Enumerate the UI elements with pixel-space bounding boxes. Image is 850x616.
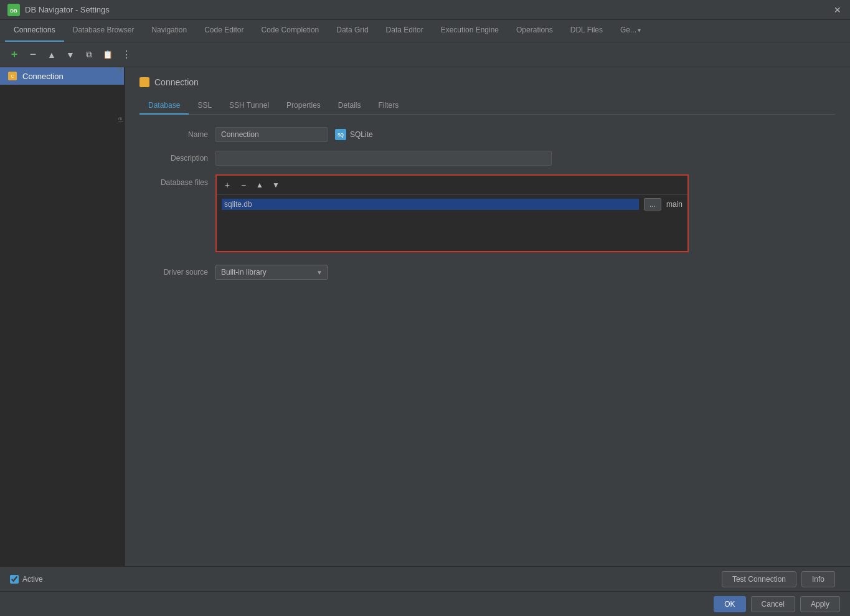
connection-toolbar: + − ▲ ▼ ⧉ 📋 ⋮ bbox=[0, 42, 850, 67]
tab-more-chevron: ▾ bbox=[638, 27, 641, 34]
up-arrow-icon: ▲ bbox=[47, 50, 56, 60]
name-label: Name bbox=[139, 130, 208, 139]
test-connection-button[interactable]: Test Connection bbox=[722, 571, 796, 587]
db-file-row: sqlite.db ... main bbox=[217, 195, 687, 214]
inner-tab-ssl[interactable]: SSL bbox=[189, 97, 220, 115]
db-files-toolbar: + − ▲ ▼ bbox=[217, 176, 687, 195]
side-hint-el: el bbox=[117, 117, 124, 122]
connections-sidebar: C Connection bbox=[0, 67, 125, 616]
connection-footer-bar: Active Test Connection Info bbox=[0, 566, 850, 591]
driver-source-row: Driver source Built-in library External … bbox=[139, 265, 835, 280]
main-layout: C Connection sr el Connection Database bbox=[0, 67, 850, 616]
database-files-row: Database files + − ▲ bbox=[139, 174, 835, 252]
tab-more[interactable]: Ge... ▾ bbox=[612, 20, 649, 42]
paste-button[interactable]: 📋 bbox=[100, 47, 116, 63]
file-down-icon: ▼ bbox=[272, 181, 280, 189]
driver-source-select[interactable]: Built-in library External library bbox=[215, 265, 328, 280]
description-label: Description bbox=[139, 154, 208, 163]
copy-icon: ⧉ bbox=[86, 49, 92, 60]
move-up-button[interactable]: ▲ bbox=[44, 47, 60, 63]
add-connection-button[interactable]: + bbox=[6, 47, 22, 63]
down-arrow-icon: ▼ bbox=[66, 50, 75, 60]
inner-tab-database[interactable]: Database bbox=[139, 97, 189, 115]
tab-data-grid[interactable]: Data Grid bbox=[328, 20, 377, 42]
svg-text:C: C bbox=[11, 74, 14, 78]
test-info-buttons: Test Connection Info bbox=[722, 571, 835, 587]
app-icon: DB bbox=[7, 4, 20, 16]
sidebar-item-connection[interactable]: C Connection bbox=[0, 67, 124, 85]
side-hint-sr: sr bbox=[117, 67, 124, 72]
name-input[interactable] bbox=[215, 127, 328, 142]
remove-connection-button[interactable]: − bbox=[25, 47, 41, 63]
tab-navigation[interactable]: Navigation bbox=[143, 20, 196, 42]
driver-source-label: Driver source bbox=[139, 268, 208, 277]
main-tab-bar: Connections Database Browser Navigation … bbox=[0, 20, 850, 42]
tab-execution-engine[interactable]: Execution Engine bbox=[432, 20, 508, 42]
db-type-badge: SQ SQLite bbox=[335, 129, 373, 140]
connection-icon: C bbox=[7, 71, 17, 81]
move-down-button[interactable]: ▼ bbox=[62, 47, 78, 63]
tab-ddl-files[interactable]: DDL Files bbox=[562, 20, 612, 42]
sqlite-icon: SQ bbox=[335, 129, 346, 140]
db-files-empty-area bbox=[217, 214, 687, 251]
db-files-down-button[interactable]: ▼ bbox=[269, 178, 283, 192]
cancel-button[interactable]: Cancel bbox=[751, 596, 795, 612]
inner-tab-filters[interactable]: Filters bbox=[370, 97, 408, 115]
panel-header-title: Connection bbox=[154, 77, 199, 87]
description-input[interactable] bbox=[215, 151, 552, 166]
inner-tab-properties[interactable]: Properties bbox=[278, 97, 329, 115]
inner-tab-details[interactable]: Details bbox=[329, 97, 370, 115]
db-files-remove-button[interactable]: − bbox=[237, 178, 250, 192]
info-button[interactable]: Info bbox=[801, 571, 835, 587]
more-options-button[interactable]: ⋮ bbox=[118, 47, 135, 63]
database-files-label: Database files bbox=[139, 174, 208, 187]
tab-code-editor[interactable]: Code Editor bbox=[196, 20, 252, 42]
window-title: DB Navigator - Settings bbox=[25, 5, 110, 14]
panel-header: Connection bbox=[139, 77, 835, 87]
db-files-add-button[interactable]: + bbox=[220, 178, 234, 192]
db-file-path[interactable]: sqlite.db bbox=[222, 199, 639, 210]
description-row: Description bbox=[139, 151, 835, 166]
name-row: Name SQ SQLite bbox=[139, 127, 835, 142]
dialog-footer: OK Cancel Apply bbox=[0, 591, 850, 616]
plus-icon: + bbox=[11, 48, 18, 61]
title-bar: DB DB Navigator - Settings ✕ bbox=[0, 0, 850, 20]
active-checkbox[interactable] bbox=[10, 575, 19, 584]
db-file-browse-button[interactable]: ... bbox=[644, 198, 661, 211]
database-files-container: + − ▲ ▼ bbox=[215, 174, 689, 252]
tab-data-editor[interactable]: Data Editor bbox=[377, 20, 432, 42]
content-area: Connection Database SSL SSH Tunnel Prope… bbox=[125, 67, 850, 616]
inner-tab-bar: Database SSL SSH Tunnel Properties Detai… bbox=[139, 97, 835, 115]
ok-button[interactable]: OK bbox=[714, 596, 745, 612]
active-label[interactable]: Active bbox=[22, 575, 43, 584]
add-file-icon: + bbox=[225, 180, 230, 190]
remove-file-icon: − bbox=[241, 180, 246, 190]
file-up-icon: ▲ bbox=[256, 181, 263, 189]
apply-button[interactable]: Apply bbox=[800, 596, 840, 612]
copy-button[interactable]: ⧉ bbox=[81, 47, 97, 63]
close-button[interactable]: ✕ bbox=[833, 5, 843, 15]
db-type-label: SQLite bbox=[350, 130, 373, 139]
driver-source-select-wrapper: Built-in library External library bbox=[215, 265, 328, 280]
tab-database-browser[interactable]: Database Browser bbox=[64, 20, 143, 42]
inner-tab-ssh-tunnel[interactable]: SSH Tunnel bbox=[220, 97, 278, 115]
svg-text:SQ: SQ bbox=[338, 133, 344, 138]
minus-icon: − bbox=[30, 48, 37, 61]
active-checkbox-container: Active bbox=[10, 575, 43, 584]
panel-header-icon bbox=[139, 77, 149, 87]
db-file-alias: main bbox=[666, 200, 682, 209]
connection-panel: Connection Database SSL SSH Tunnel Prope… bbox=[125, 67, 850, 298]
database-files-container-wrapper: + − ▲ ▼ bbox=[215, 174, 689, 252]
tab-code-completion[interactable]: Code Completion bbox=[253, 20, 328, 42]
window-controls: ✕ bbox=[833, 5, 843, 15]
title-bar-left: DB DB Navigator - Settings bbox=[7, 4, 110, 16]
paste-icon: 📋 bbox=[103, 50, 113, 59]
sidebar-item-label: Connection bbox=[22, 72, 64, 81]
more-icon: ⋮ bbox=[121, 49, 131, 60]
tab-operations[interactable]: Operations bbox=[508, 20, 562, 42]
db-files-up-button[interactable]: ▲ bbox=[253, 178, 267, 192]
tab-connections[interactable]: Connections bbox=[5, 20, 64, 42]
svg-text:DB: DB bbox=[10, 8, 17, 14]
